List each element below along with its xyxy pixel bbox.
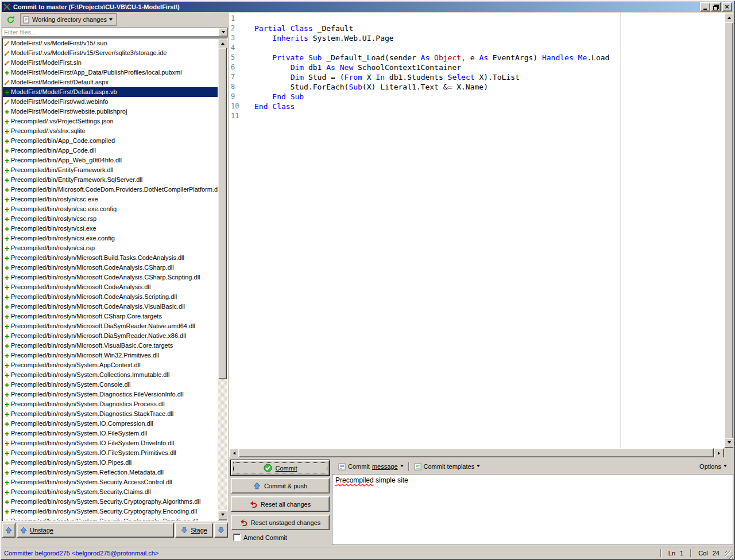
file-row[interactable]: +Precompiled/bin/Microsoft.CodeDom.Provi…: [3, 185, 218, 195]
file-row[interactable]: +Precompiled/bin/roslyn/System.Reflectio…: [3, 468, 218, 477]
working-directory-changes-dropdown[interactable]: Working directory changes: [20, 13, 117, 26]
restore-button[interactable]: [710, 2, 721, 11]
file-row[interactable]: +Precompiled/bin/roslyn/System.Security.…: [3, 497, 218, 507]
stage-all-button[interactable]: [214, 523, 228, 538]
unstage-all-button[interactable]: [2, 523, 16, 538]
file-row[interactable]: +Precompiled/bin/App_Code.compiled: [3, 136, 218, 146]
file-row[interactable]: +Precompiled/bin/roslyn/System.AppContex…: [3, 360, 218, 370]
file-row[interactable]: +Precompiled/bin/roslyn/csi.exe: [3, 224, 218, 234]
app-icon: [3, 3, 11, 11]
commit-and-push-label: Commit & push: [264, 483, 307, 489]
file-row[interactable]: +Precompiled/bin/roslyn/csi.exe.config: [3, 234, 218, 243]
file-row[interactable]: +Precompiled/.vs/slnx.sqlite: [3, 126, 218, 136]
file-row[interactable]: +Precompiled/bin/roslyn/System.IO.FileSy…: [3, 429, 218, 438]
file-row[interactable]: +ModelFirst/ModelFirst/App_Data/PublishP…: [3, 68, 218, 77]
added-icon: +: [3, 381, 11, 389]
filter-files-input[interactable]: [2, 28, 218, 36]
checkbox-icon: [233, 534, 241, 541]
file-row[interactable]: +Precompiled/bin/roslyn/System.Collectio…: [3, 370, 218, 380]
reset-unstaged-changes-button[interactable]: Reset unstaged changes: [231, 515, 330, 530]
amend-commit-checkbox[interactable]: Amend Commit: [233, 534, 287, 541]
file-row[interactable]: +Precompiled/bin/roslyn/csc.rsp: [3, 214, 218, 224]
editor-horizontal-scrollbar[interactable]: [229, 448, 724, 457]
scroll-right-button[interactable]: [714, 448, 724, 457]
stage-icon: [181, 527, 188, 534]
reset-all-changes-button[interactable]: Reset all changes: [231, 496, 330, 512]
file-row[interactable]: +Precompiled/bin/App_Web_g0t04hfo.dll: [3, 155, 218, 165]
file-row[interactable]: +Precompiled/bin/roslyn/Microsoft.DiaSym…: [3, 331, 218, 341]
arrow-down-icon: [221, 514, 225, 518]
file-row[interactable]: +Precompiled/bin/roslyn/System.IO.FileSy…: [3, 438, 218, 448]
options-dropdown[interactable]: Options: [697, 462, 730, 471]
added-icon: +: [3, 244, 11, 252]
file-row[interactable]: +Precompiled/bin/roslyn/System.Security.…: [3, 516, 218, 520]
file-row[interactable]: +Precompiled/bin/roslyn/System.Security.…: [3, 507, 218, 516]
file-row[interactable]: +Precompiled/bin/roslyn/Microsoft.CodeAn…: [3, 273, 218, 282]
added-icon: +: [3, 352, 11, 360]
close-button[interactable]: ×: [722, 2, 732, 11]
file-row[interactable]: +Precompiled/bin/roslyn/Microsoft.CodeAn…: [3, 292, 218, 302]
file-row[interactable]: +Precompiled/bin/roslyn/System.Security.…: [3, 477, 218, 487]
file-row[interactable]: ModelFirst/ModelFirst/Default.aspx: [3, 77, 218, 87]
commit-button[interactable]: Commit: [231, 460, 330, 476]
arrow-up-icon: [221, 41, 225, 45]
file-row[interactable]: +Precompiled/bin/roslyn/Microsoft.CodeAn…: [3, 263, 218, 273]
file-row[interactable]: +ModelFirst/ModelFirst/Default.aspx.vb: [3, 87, 218, 97]
file-row[interactable]: +Precompiled/bin/roslyn/System.Console.d…: [3, 380, 218, 390]
file-row[interactable]: +Precompiled/bin/EntityFramework.SqlServ…: [3, 175, 218, 185]
title-bar: Commit to master (F:\Projects\CU-VB\CU-1…: [2, 2, 733, 12]
code-content[interactable]: Partial Class _Default Inherits System.W…: [254, 14, 722, 121]
file-row[interactable]: +Precompiled/bin/roslyn/System.IO.FileSy…: [3, 448, 218, 458]
filter-dropdown-button[interactable]: [218, 28, 227, 36]
file-list-scrollbar[interactable]: [218, 38, 227, 520]
file-row[interactable]: +Precompiled/bin/roslyn/csc.exe: [3, 195, 218, 204]
commit-templates-dropdown[interactable]: Commit templates: [411, 462, 483, 472]
unstage-button[interactable]: Unstage: [17, 523, 174, 538]
scroll-down-button[interactable]: [724, 438, 733, 448]
arrow-down-icon: [728, 441, 731, 445]
scrollbar-thumb[interactable]: [218, 48, 227, 379]
minimize-button[interactable]: [700, 2, 710, 11]
commit-message-dropdown[interactable]: Commit message: [335, 462, 407, 472]
file-row[interactable]: +Precompiled/bin/roslyn/System.IO.Compre…: [3, 419, 218, 429]
file-row[interactable]: +Precompiled/bin/roslyn/Microsoft.CodeAn…: [3, 282, 218, 292]
added-icon: +: [3, 342, 11, 350]
refresh-button[interactable]: [3, 13, 18, 26]
file-row[interactable]: +Precompiled/.vs/ProjectSettings.json: [3, 116, 218, 126]
file-row[interactable]: ModelFirst/.vs/ModelFirst/v15/Server/sql…: [3, 48, 218, 58]
file-row[interactable]: +Precompiled/bin/roslyn/System.IO.Pipes.…: [3, 458, 218, 468]
editor-vertical-scrollbar[interactable]: [724, 13, 733, 448]
scroll-down-button[interactable]: [218, 510, 228, 520]
commit-message-toolbar: Commit message Commit templates Options: [332, 459, 733, 474]
file-name: ModelFirst/ModelFirst/website.publishpro…: [11, 107, 127, 116]
file-row[interactable]: +Precompiled/bin/App_Code.dll: [3, 146, 218, 155]
diff-viewer[interactable]: 1234567891011 Partial Class _Default Inh…: [229, 13, 733, 457]
file-row[interactable]: +Precompiled/bin/roslyn/Microsoft.CSharp…: [3, 312, 218, 321]
file-row[interactable]: +ModelFirst/ModelFirst/website.publishpr…: [3, 107, 218, 116]
file-row[interactable]: +Precompiled/bin/roslyn/Microsoft.Win32.…: [3, 351, 218, 360]
file-row[interactable]: +Precompiled/bin/roslyn/csc.exe.config: [3, 204, 218, 214]
file-row[interactable]: +Precompiled/bin/roslyn/Microsoft.Visual…: [3, 341, 218, 351]
commit-message-area[interactable]: Precompiled simple site: [332, 474, 733, 545]
file-row[interactable]: +Precompiled/bin/EntityFramework.dll: [3, 165, 218, 175]
file-row[interactable]: ModelFirst/ModelFirst.sln: [3, 58, 218, 68]
unstage-all-icon: [5, 527, 12, 534]
file-row[interactable]: ModelFirst/ModelFirst/vwd.webinfo: [3, 97, 218, 107]
file-name: Precompiled/bin/roslyn/System.Diagnostic…: [11, 409, 173, 419]
file-row[interactable]: +Precompiled/bin/roslyn/Microsoft.CodeAn…: [3, 302, 218, 312]
file-row[interactable]: +Precompiled/bin/roslyn/Microsoft.Build.…: [3, 253, 218, 263]
added-icon: +: [3, 391, 11, 399]
file-row[interactable]: +Precompiled/bin/roslyn/System.Diagnosti…: [3, 409, 218, 419]
resize-grip[interactable]: [725, 551, 733, 559]
scrollbar-thumb[interactable]: [724, 22, 733, 440]
file-row[interactable]: +Precompiled/bin/roslyn/csi.rsp: [3, 243, 218, 253]
scrollbar-thumb[interactable]: [238, 448, 714, 457]
added-icon: +: [3, 127, 11, 135]
file-row[interactable]: +Precompiled/bin/roslyn/System.Diagnosti…: [3, 390, 218, 399]
stage-button[interactable]: Stage: [175, 523, 213, 538]
file-row[interactable]: +Precompiled/bin/roslyn/Microsoft.DiaSym…: [3, 321, 218, 331]
file-row[interactable]: ModelFirst/.vs/ModelFirst/v15/.suo: [3, 38, 218, 48]
file-row[interactable]: +Precompiled/bin/roslyn/System.Diagnosti…: [3, 399, 218, 409]
file-row[interactable]: +Precompiled/bin/roslyn/System.Security.…: [3, 487, 218, 497]
commit-and-push-button[interactable]: Commit & push: [231, 478, 330, 493]
